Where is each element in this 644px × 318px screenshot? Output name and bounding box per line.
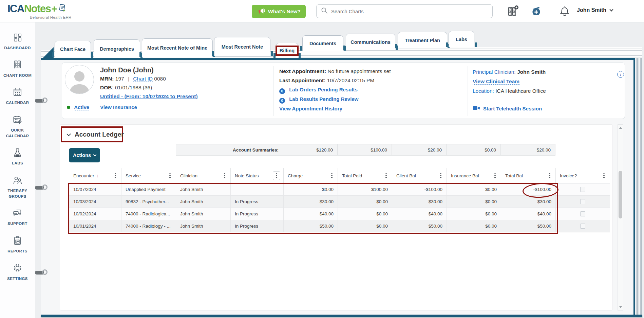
cell-encounter: 10/03/2024 bbox=[69, 196, 121, 208]
column-header-charge[interactable]: Charge bbox=[284, 168, 338, 183]
sidebar-item-support[interactable]: SUPPORT bbox=[0, 208, 35, 227]
tab-communications[interactable]: Communications bbox=[346, 34, 395, 50]
column-menu-icon[interactable] bbox=[383, 172, 389, 180]
chart-id-value: 0080 bbox=[154, 76, 166, 82]
add-chart-icon[interactable] bbox=[506, 5, 519, 19]
collapse-chevron-icon[interactable] bbox=[67, 132, 71, 136]
column-label: Service bbox=[126, 173, 141, 178]
invoice-checkbox[interactable] bbox=[580, 187, 585, 192]
notifications-bell-icon[interactable] bbox=[558, 5, 571, 19]
cell-insurance-bal: $0.00 bbox=[447, 220, 501, 232]
episode-link[interactable]: Untitled - (From: 10/07/2024 to Present) bbox=[100, 93, 198, 99]
principal-clinician-value: John Smith bbox=[517, 69, 546, 75]
view-clinical-team-link[interactable]: View Clinical Team bbox=[473, 78, 519, 85]
cell-charge: $50.00 bbox=[284, 220, 338, 232]
status-badge[interactable]: Active bbox=[74, 104, 89, 110]
column-header-clinician[interactable]: Clinician bbox=[176, 168, 231, 183]
column-menu-icon[interactable] bbox=[492, 172, 498, 180]
tab-labs[interactable]: Labs bbox=[449, 31, 474, 47]
search-charts-box bbox=[316, 4, 493, 18]
column-label: Charge bbox=[288, 173, 303, 178]
therapy-groups-icon bbox=[12, 175, 23, 186]
column-header-total-bal[interactable]: Total Bal bbox=[501, 168, 556, 183]
tab-most-recent-note-of-mine[interactable]: Most Recent Note of Mine bbox=[142, 38, 213, 57]
column-menu-icon[interactable] bbox=[222, 172, 227, 180]
column-header-service[interactable]: Service bbox=[121, 168, 176, 183]
table-row[interactable]: 10/02/202474000 - Radiologica...John Smi… bbox=[69, 208, 610, 220]
tab-most-recent-note[interactable]: Most Recent Note bbox=[214, 37, 270, 56]
sidebar-item-calendar[interactable]: CALENDAR bbox=[0, 87, 35, 106]
scroll-down-arrow[interactable] bbox=[619, 306, 622, 308]
column-header-invoice[interactable]: Invoice? bbox=[556, 168, 610, 183]
sort-desc-icon[interactable]: ↓ bbox=[97, 173, 99, 178]
tab-treatment-plan[interactable]: Treatment Plan bbox=[398, 32, 447, 49]
chart-id-link[interactable]: Chart ID bbox=[133, 76, 153, 82]
actions-button[interactable]: Actions bbox=[69, 148, 100, 162]
invoice-checkbox[interactable] bbox=[580, 199, 585, 204]
column-menu-icon[interactable] bbox=[547, 172, 552, 180]
cell-clinician: John Smith bbox=[176, 183, 231, 195]
principal-clinician-link[interactable]: Principal Clinician: bbox=[473, 69, 516, 75]
sidebar-item-reports[interactable]: REPORTS bbox=[0, 235, 35, 254]
invoice-checkbox[interactable] bbox=[580, 224, 585, 229]
column-menu-icon[interactable] bbox=[167, 172, 173, 180]
new-prescription-icon[interactable] bbox=[530, 5, 542, 19]
start-telehealth-link[interactable]: Start Telehealth Session bbox=[483, 106, 542, 111]
view-insurance-link[interactable]: View Insurance bbox=[100, 104, 137, 110]
sidebar-item-therapy-groups[interactable]: THERAPY GROUPS bbox=[0, 175, 35, 199]
cell-clinician: John Smith bbox=[176, 208, 231, 220]
vertical-scrollbar[interactable] bbox=[618, 124, 623, 311]
active-status-dot bbox=[67, 106, 70, 109]
location-link[interactable]: Location: bbox=[473, 88, 494, 94]
invoice-checkbox[interactable] bbox=[580, 211, 585, 216]
account-ledger-title: Account Ledger bbox=[75, 131, 124, 138]
table-row[interactable]: 10/03/202490832 - Psychother...John Smit… bbox=[69, 196, 610, 208]
chart-bottom-edge bbox=[41, 315, 642, 317]
column-menu-icon[interactable] bbox=[329, 172, 335, 180]
logo-text-ica: ICA bbox=[7, 3, 24, 15]
sidebar-item-labs[interactable]: LABS bbox=[0, 147, 35, 166]
column-menu-icon[interactable] bbox=[113, 172, 118, 180]
tab-documents[interactable]: Documents bbox=[302, 35, 343, 51]
sidebar-item-label: CALENDAR bbox=[2, 100, 33, 106]
sidebar-item-settings[interactable]: SETTINGS bbox=[0, 263, 35, 282]
table-row[interactable]: 10/01/202474000 - Radiology - ...John Sm… bbox=[69, 220, 610, 232]
sidebar-item-quick-calendar[interactable]: QUICK CALENDAR bbox=[0, 114, 35, 139]
user-menu[interactable]: John Smith bbox=[577, 7, 613, 13]
table-row[interactable]: 10/07/2024Unapplied PaymentJohn Smith$0.… bbox=[69, 183, 610, 196]
dashboard-icon bbox=[12, 32, 23, 43]
sidebar-item-label: SETTINGS bbox=[2, 276, 33, 282]
cell-total-paid: $0.00 bbox=[338, 208, 392, 220]
dob-value: 01/01/1988 (36) bbox=[115, 85, 152, 90]
column-label: Invoice? bbox=[560, 173, 577, 178]
column-menu-icon[interactable] bbox=[273, 171, 280, 180]
account-summaries-label: Account Summaries: bbox=[176, 144, 283, 155]
search-input[interactable] bbox=[331, 8, 488, 14]
view-appointment-history-link[interactable]: View Appointment History bbox=[279, 106, 342, 111]
tab-chart-face[interactable]: Chart Face bbox=[55, 41, 91, 57]
column-header-note-status[interactable]: Note Status bbox=[231, 168, 284, 183]
scrollbar-thumb[interactable] bbox=[619, 171, 622, 218]
column-header-encounter[interactable]: Encounter↓ bbox=[69, 168, 121, 183]
logo-document-icon bbox=[57, 3, 67, 16]
whats-new-button[interactable]: What's New? bbox=[252, 5, 306, 18]
tab-billing[interactable]: Billing bbox=[276, 43, 298, 58]
lab-orders-pending-link[interactable]: Lab Orders Pending Results bbox=[289, 87, 358, 92]
column-menu-icon[interactable] bbox=[601, 172, 607, 180]
column-header-client-bal[interactable]: Client Bal bbox=[392, 168, 447, 183]
cell-charge: $0.00 bbox=[284, 183, 338, 195]
info-icon[interactable]: i bbox=[617, 71, 624, 78]
lab-results-pending-link[interactable]: Lab Results Pending Review bbox=[289, 96, 358, 102]
cell-total-bal: -$100.00 bbox=[501, 183, 556, 195]
tab-demographics[interactable]: Demographics bbox=[94, 39, 140, 58]
sidebar-item-chart-room[interactable]: CHART ROOM bbox=[0, 59, 35, 78]
scroll-up-arrow[interactable] bbox=[619, 127, 622, 129]
column-header-insurance-bal[interactable]: Insurance Bal bbox=[447, 168, 501, 183]
sidebar-item-dashboard[interactable]: DASHBOARD bbox=[0, 32, 35, 51]
column-header-total-paid[interactable]: Total Paid bbox=[338, 168, 392, 183]
binder-ring bbox=[35, 184, 51, 191]
column-menu-icon[interactable] bbox=[438, 172, 443, 180]
tab-label: Treatment Plan bbox=[405, 38, 440, 43]
whats-new-label: What's New? bbox=[268, 8, 301, 15]
account-summaries-row: Account Summaries: $120.00$100.00$20.00$… bbox=[176, 144, 555, 156]
